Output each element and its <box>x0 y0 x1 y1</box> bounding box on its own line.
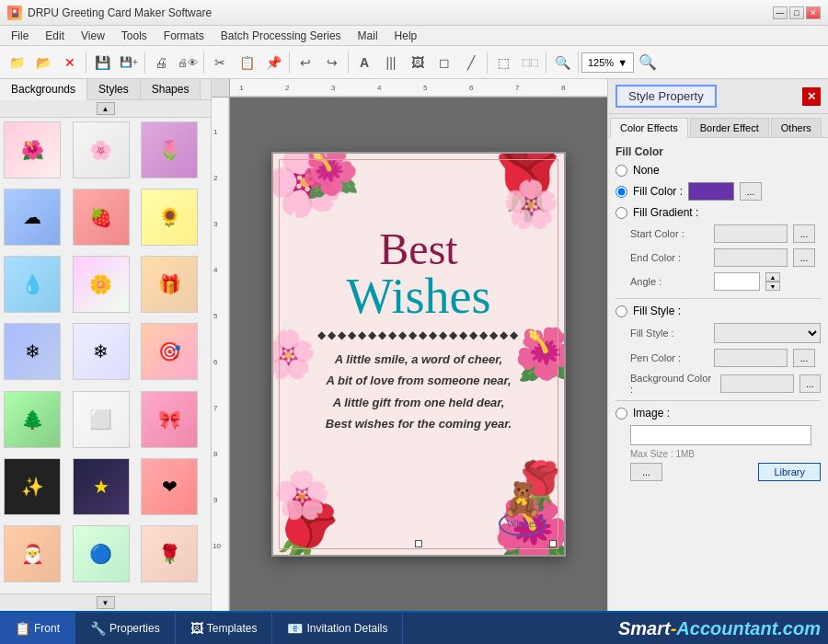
toolbar-new[interactable]: 📁 <box>4 50 29 75</box>
toolbar-zoom-out[interactable]: 🔍 <box>635 50 661 75</box>
menu-batch[interactable]: Batch Processing Series <box>213 28 349 44</box>
toolbar-print[interactable]: 🖨 <box>148 50 174 75</box>
thumb-1[interactable]: 🌺 <box>4 121 61 178</box>
front-label: Front <box>34 622 60 635</box>
thumb-12[interactable]: 🎯 <box>141 323 198 380</box>
thumb-16[interactable]: ✨ <box>4 458 61 515</box>
toolbar-paste[interactable]: 📌 <box>260 50 286 75</box>
angle-up-btn[interactable]: ▲ <box>765 272 780 282</box>
style-property-title: Style Property <box>615 85 717 108</box>
fill-color-browse-btn[interactable]: ... <box>740 182 762 201</box>
thumb-19[interactable]: 🎅 <box>4 525 61 582</box>
title-bar-left: 🎴 DRPU Greeting Card Maker Software <box>7 6 212 20</box>
end-color-input[interactable] <box>714 248 788 267</box>
svg-text:7: 7 <box>213 404 218 412</box>
scroll-down-btn[interactable]: ▼ <box>97 596 115 609</box>
thumb-5[interactable]: 🍓 <box>73 189 130 246</box>
thumb-8[interactable]: 🌼 <box>73 256 130 313</box>
toolbar-ungroup[interactable]: ⬚⬚ <box>517 50 543 75</box>
start-color-input[interactable] <box>714 224 788 243</box>
image-path-input[interactable] <box>630 425 811 445</box>
close-button[interactable]: ✕ <box>806 6 821 19</box>
thumb-2[interactable]: 🌸 <box>73 121 130 178</box>
pen-color-input[interactable] <box>714 349 788 367</box>
canvas-area[interactable]: 🌸 🌺 🌹 🌸 🌹 🌸 🌺 🌹 🌸 🌺 <box>230 98 607 611</box>
tab-shapes[interactable]: Shapes <box>141 79 201 99</box>
toolbar-save[interactable]: 💾 <box>89 50 115 75</box>
scroll-up-btn[interactable]: ▲ <box>97 102 115 115</box>
toolbar-open[interactable]: 📂 <box>30 50 56 75</box>
toolbar: 📁 📂 ✕ 💾 💾+ 🖨 🖨👁 ✂ 📋 📌 ↩ ↪ A ||| 🖼 ◻ ╱ ⬚ … <box>0 46 828 79</box>
angle-input[interactable]: 0 <box>714 272 760 291</box>
status-tab-front[interactable]: 📋 Front <box>0 613 75 644</box>
toolbar-barcode[interactable]: ||| <box>378 50 404 75</box>
fill-style-dropdown[interactable] <box>714 323 821 343</box>
toolbar-undo[interactable]: ↩ <box>293 50 318 75</box>
status-tab-properties[interactable]: 🔧 Properties <box>75 613 176 644</box>
toolbar-print-preview[interactable]: 🖨👁 <box>175 50 201 75</box>
title-bar-controls[interactable]: — □ ✕ <box>773 6 821 19</box>
menu-edit[interactable]: Edit <box>38 28 72 44</box>
fill-style-dropdown-row: Fill Style : <box>615 323 821 343</box>
none-radio[interactable] <box>615 165 627 177</box>
tab-color-effects[interactable]: Color Effects <box>610 118 688 138</box>
tab-border-effect[interactable]: Border Effect <box>690 118 769 137</box>
thumb-14[interactable]: ⬜ <box>73 391 130 448</box>
maximize-button[interactable]: □ <box>789 6 804 19</box>
thumb-11[interactable]: ❄ <box>73 323 130 380</box>
toolbar-cut[interactable]: ✂ <box>207 50 233 75</box>
thumb-21[interactable]: 🌹 <box>141 525 198 582</box>
tab-styles[interactable]: Styles <box>87 79 141 99</box>
angle-down-btn[interactable]: ▼ <box>765 282 780 291</box>
fill-style-radio[interactable] <box>615 305 627 317</box>
toolbar-redo[interactable]: ↪ <box>319 50 345 75</box>
thumb-13[interactable]: 🌲 <box>4 391 61 448</box>
menu-formats[interactable]: Formats <box>156 28 212 44</box>
toolbar-line[interactable]: ╱ <box>458 50 484 75</box>
image-browse-btn[interactable]: ... <box>630 463 662 481</box>
tab-others[interactable]: Others <box>771 118 822 137</box>
bg-color-input[interactable] <box>720 374 794 393</box>
thumb-10[interactable]: ❄ <box>4 323 61 380</box>
menu-view[interactable]: View <box>74 28 112 44</box>
library-btn[interactable]: Library <box>758 463 821 481</box>
fill-gradient-radio[interactable] <box>615 207 627 219</box>
end-color-browse-btn[interactable]: ... <box>793 248 815 267</box>
tab-backgrounds[interactable]: Backgrounds <box>0 79 87 100</box>
thumb-18[interactable]: ❤ <box>141 458 198 515</box>
menu-tools[interactable]: Tools <box>114 28 155 44</box>
toolbar-text[interactable]: A <box>351 50 377 75</box>
toolbar-image[interactable]: 🖼 <box>405 50 431 75</box>
toolbar-zoom-in[interactable]: 🔍 <box>549 50 575 75</box>
toolbar-copy[interactable]: 📋 <box>234 50 259 75</box>
thumb-7[interactable]: 💧 <box>4 256 61 313</box>
style-content: Fill Color None Fill Color : ... Fill Gr… <box>608 138 828 611</box>
pen-color-browse-btn[interactable]: ... <box>793 349 815 367</box>
toolbar-close[interactable]: ✕ <box>57 50 83 75</box>
main-layout: Backgrounds Styles Shapes ▲ 🌺 🌸 🌷 ☁ 🍓 🌻 … <box>0 79 828 611</box>
thumb-9[interactable]: 🎁 <box>141 256 198 313</box>
fill-color-radio[interactable] <box>615 186 627 198</box>
menu-mail[interactable]: Mail <box>351 28 385 44</box>
thumb-3[interactable]: 🌷 <box>141 121 198 178</box>
menu-file[interactable]: File <box>4 28 36 44</box>
status-tab-templates[interactable]: 🖼 Templates <box>176 613 273 644</box>
menu-help[interactable]: Help <box>387 28 425 44</box>
bg-color-label: Background Color : <box>630 373 715 395</box>
thumb-17[interactable]: ★ <box>73 458 130 515</box>
thumb-15[interactable]: 🎀 <box>141 391 198 448</box>
toolbar-group[interactable]: ⬚ <box>490 50 516 75</box>
bg-color-browse-btn[interactable]: ... <box>799 374 821 393</box>
thumb-6[interactable]: 🌻 <box>141 189 198 246</box>
start-color-browse-btn[interactable]: ... <box>793 224 815 243</box>
zoom-dropdown-icon[interactable]: ▼ <box>617 57 627 68</box>
minimize-button[interactable]: — <box>773 6 788 19</box>
close-style-btn[interactable]: ✕ <box>802 87 821 106</box>
toolbar-save-as[interactable]: 💾+ <box>116 50 142 75</box>
fill-color-swatch[interactable] <box>688 182 734 201</box>
toolbar-shape[interactable]: ◻ <box>431 50 457 75</box>
status-tab-invitation[interactable]: 📧 Invitation Details <box>272 613 403 644</box>
thumb-20[interactable]: 🔵 <box>73 525 130 582</box>
thumb-4[interactable]: ☁ <box>4 189 61 246</box>
image-radio[interactable] <box>615 408 627 420</box>
